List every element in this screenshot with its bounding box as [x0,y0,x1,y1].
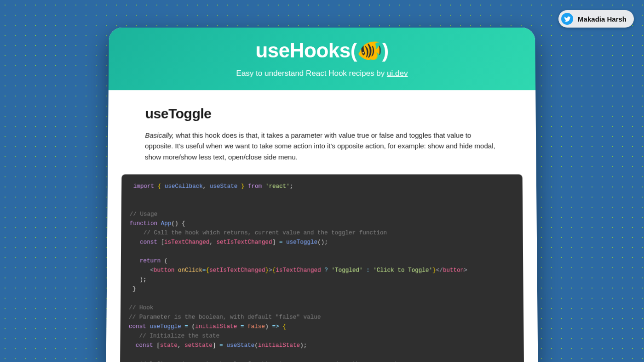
subtitle-text: Easy to understand React Hook recipes by [236,69,387,78]
article-card: useHooks(🐠) Easy to understand React Hoo… [106,28,538,362]
paren-close: ) [382,39,388,62]
paren-open: ( [351,39,357,62]
author-name: Makadia Harsh [578,15,627,23]
fish-icon: 🐠 [357,39,382,62]
hero-banner: useHooks(🐠) Easy to understand React Hoo… [109,28,535,90]
twitter-icon [561,13,573,25]
author-badge[interactable]: Makadia Harsh [558,10,634,28]
description-lead: Basically, [145,131,174,139]
uidev-link[interactable]: ui.dev [387,69,408,78]
code-block: import { useCallback, useState } from 'r… [120,174,524,362]
description-rest: what this hook does is that, it takes a … [145,131,495,161]
article-body: useToggle Basically, what this hook does… [106,90,538,362]
site-title-text: useHooks [255,39,351,62]
site-subtitle: Easy to understand React Hook recipes by… [127,69,517,78]
site-title: useHooks(🐠) [127,39,517,62]
hook-description: Basically, what this hook does is that, … [145,130,499,162]
hook-title: useToggle [145,106,499,121]
